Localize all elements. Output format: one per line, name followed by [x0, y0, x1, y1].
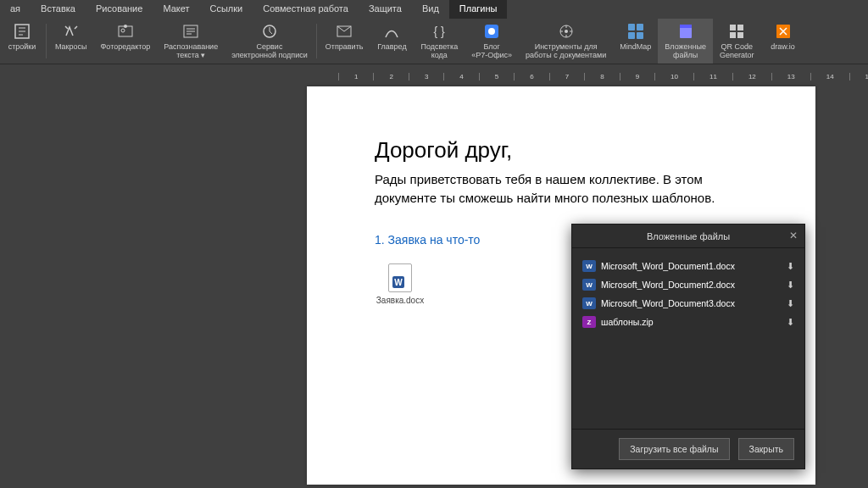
- panel-title: Вложенные файлы: [647, 231, 730, 241]
- tool-label: Распознавание текста ▾: [164, 42, 218, 59]
- toolbar-блог[interactable]: Блог «Р7-Офис»: [465, 19, 519, 64]
- tool-icon: [557, 22, 576, 41]
- tool-icon: [774, 22, 793, 41]
- svg-rect-12: [628, 24, 635, 30]
- tool-label: стройки: [8, 42, 36, 51]
- tool-label: Фоторедактор: [101, 42, 151, 51]
- tool-label: Макросы: [55, 42, 87, 51]
- file-name: Microsoft_Word_Document2.docx: [601, 280, 735, 290]
- plugins-toolbar: стройкиМакросыФоторедакторРаспознавание …: [0, 19, 868, 64]
- tool-label: Блог «Р7-Офис»: [471, 42, 512, 59]
- tool-label: Инструменты для работы с документами: [526, 42, 606, 59]
- toolbar-главред[interactable]: Главред: [370, 19, 414, 64]
- download-icon[interactable]: ⬇: [787, 317, 794, 328]
- attachments-panel: Вложенные файлы ✕ WMicrosoft_Word_Docume…: [571, 224, 805, 469]
- close-icon[interactable]: ✕: [789, 230, 798, 241]
- word-file-icon: W: [582, 260, 596, 272]
- toolbar-фоторедактор[interactable]: Фоторедактор: [94, 19, 158, 64]
- toolbar-подсветка[interactable]: { }Подсветка кода: [414, 19, 465, 64]
- toolbar-инструменты-для[interactable]: Инструменты для работы с документами: [519, 19, 613, 64]
- tool-label: Отправить: [326, 42, 364, 51]
- tool-icon: [260, 22, 279, 41]
- tool-label: Вложенные файлы: [665, 42, 706, 59]
- svg-rect-21: [737, 32, 743, 38]
- file-name: Microsoft_Word_Document3.docx: [601, 298, 735, 308]
- word-file-icon: [388, 263, 412, 292]
- doc-heading: Дорогой друг,: [375, 137, 748, 164]
- doc-body: Рады приветствовать тебя в нашем коллект…: [375, 170, 748, 208]
- tool-icon: [181, 22, 200, 41]
- menu-ссылки[interactable]: Ссылки: [200, 0, 253, 19]
- menu-вставка[interactable]: Вставка: [31, 0, 86, 19]
- tool-icon: [116, 22, 135, 41]
- download-icon[interactable]: ⬇: [787, 280, 794, 291]
- tool-icon: [626, 22, 645, 41]
- svg-point-3: [124, 25, 127, 28]
- panel-file-row[interactable]: Zшаблоны.zip⬇: [581, 313, 796, 331]
- svg-point-11: [565, 30, 568, 33]
- tool-icon: [382, 22, 401, 41]
- svg-text:{ }: { }: [434, 25, 446, 38]
- svg-rect-17: [680, 25, 692, 28]
- download-icon[interactable]: ⬇: [787, 261, 794, 272]
- svg-rect-18: [730, 25, 736, 30]
- toolbar-макросы[interactable]: Макросы: [48, 19, 94, 64]
- toolbar-стройки[interactable]: стройки: [0, 19, 44, 64]
- tool-icon: [62, 22, 81, 41]
- toolbar-сервис[interactable]: Сервис электронной подписи: [225, 19, 314, 64]
- panel-file-row[interactable]: WMicrosoft_Word_Document1.docx⬇: [581, 257, 796, 275]
- toolbar-отправить[interactable]: Отправить: [319, 19, 370, 64]
- toolbar-mindmap[interactable]: MindMap: [613, 19, 658, 64]
- menu-совместная работа[interactable]: Совместная работа: [253, 0, 359, 19]
- toolbar-вложенные[interactable]: Вложенные файлы: [658, 19, 713, 64]
- menu-рисование[interactable]: Рисование: [86, 0, 153, 19]
- tool-label: QR Code Generator: [720, 42, 754, 59]
- panel-file-row[interactable]: WMicrosoft_Word_Document2.docx⬇: [581, 275, 796, 294]
- word-file-icon: W: [582, 297, 596, 309]
- menu-ая[interactable]: ая: [0, 0, 31, 19]
- toolbar-распознавание[interactable]: Распознавание текста ▾: [157, 19, 225, 64]
- download-icon[interactable]: ⬇: [787, 298, 794, 309]
- menu-вид[interactable]: Вид: [412, 0, 449, 19]
- svg-rect-19: [737, 25, 743, 30]
- panel-footer: Загрузить все файлы Закрыть: [572, 429, 804, 469]
- panel-header: Вложенные файлы ✕: [572, 225, 804, 248]
- tool-label: draw.io: [771, 42, 795, 51]
- download-all-button[interactable]: Загрузить все файлы: [619, 438, 729, 460]
- tool-icon: [482, 22, 501, 41]
- svg-rect-20: [730, 32, 736, 38]
- toolbar-draw-io[interactable]: draw.io: [761, 19, 805, 64]
- menu-bar: аяВставкаРисованиеМакетСсылкиСовместная …: [0, 0, 868, 19]
- horizontal-ruler: 1234567891011121314151617: [307, 69, 868, 83]
- tool-label: Главред: [377, 42, 406, 51]
- file-name: Microsoft_Word_Document1.docx: [601, 261, 735, 271]
- embedded-file-label: Заявка.docx: [375, 296, 426, 305]
- svg-rect-13: [637, 24, 643, 30]
- close-button[interactable]: Закрыть: [738, 438, 794, 460]
- svg-point-2: [121, 29, 125, 32]
- panel-file-list: WMicrosoft_Word_Document1.docx⬇WMicrosof…: [572, 248, 804, 429]
- menu-макет[interactable]: Макет: [153, 0, 199, 19]
- menu-защита[interactable]: Защита: [359, 0, 412, 19]
- embedded-file[interactable]: Заявка.docx: [375, 263, 426, 305]
- toolbar-qr-code[interactable]: QR Code Generator: [713, 19, 761, 64]
- panel-file-row[interactable]: WMicrosoft_Word_Document3.docx⬇: [581, 294, 796, 313]
- tool-label: Сервис электронной подписи: [231, 42, 308, 59]
- tool-icon: [727, 22, 746, 41]
- word-file-icon: W: [582, 279, 596, 291]
- tool-label: MindMap: [620, 42, 651, 51]
- tool-label: Подсветка кода: [420, 42, 458, 59]
- file-name: шаблоны.zip: [601, 317, 654, 327]
- svg-rect-15: [637, 32, 643, 39]
- tool-icon: { }: [430, 22, 448, 41]
- zip-file-icon: Z: [582, 316, 596, 328]
- menu-плагины[interactable]: Плагины: [449, 0, 508, 19]
- svg-point-9: [488, 28, 495, 35]
- svg-rect-14: [628, 32, 635, 39]
- tool-icon: [13, 22, 31, 41]
- tool-icon: [676, 22, 695, 41]
- tool-icon: [335, 22, 353, 41]
